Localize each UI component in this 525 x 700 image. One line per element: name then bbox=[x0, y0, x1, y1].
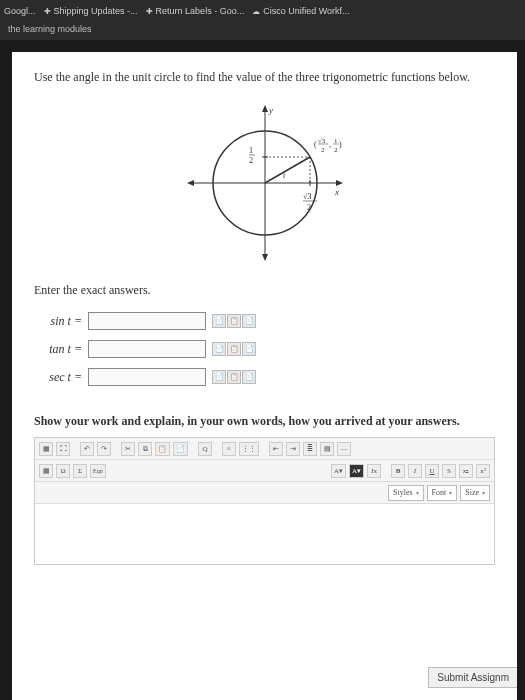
help-icon[interactable]: 📄 bbox=[242, 342, 256, 356]
enter-answers-label: Enter the exact answers. bbox=[34, 283, 495, 298]
answer-row-sin: sin t = 📄 📋 📄 bbox=[34, 312, 495, 330]
copy-icon[interactable]: 📋 bbox=[227, 342, 241, 356]
question-text: Use the angle in the unit circle to find… bbox=[34, 70, 495, 85]
styles-dropdown[interactable]: Styles bbox=[388, 485, 424, 501]
redo-icon[interactable]: ↷ bbox=[97, 442, 111, 456]
svg-text:2: 2 bbox=[307, 203, 311, 212]
answer-row-sec: sec t = 📄 📋 📄 bbox=[34, 368, 495, 386]
submit-button[interactable]: Submit Assignm bbox=[428, 667, 517, 688]
superscript-icon[interactable]: x² bbox=[476, 464, 490, 478]
sigma-icon[interactable]: Σ bbox=[73, 464, 87, 478]
svg-marker-1 bbox=[262, 105, 268, 112]
italic-format-icon[interactable]: Ix bbox=[367, 464, 381, 478]
tan-label: tan t = bbox=[34, 342, 82, 357]
list-icon[interactable]: ≡ bbox=[222, 442, 236, 456]
size-dropdown[interactable]: Size bbox=[460, 485, 490, 501]
cloud-icon: ☁ bbox=[252, 7, 260, 16]
omega-icon[interactable]: Ω bbox=[56, 464, 70, 478]
outdent-icon[interactable]: ⇤ bbox=[269, 442, 283, 456]
textcolor-icon[interactable]: A▾ bbox=[331, 464, 346, 478]
assignment-page: Use the angle in the unit circle to find… bbox=[12, 52, 517, 700]
tan-input-tools: 📄 📋 📄 bbox=[212, 342, 256, 356]
svg-text:2: 2 bbox=[321, 146, 325, 154]
rich-text-editor: ▦ ⛶ ↶ ↷ ✂ ⧉ 📋 📄 Q ≡ ⋮⋮ ⇤ ⇥ ≣ ▤ — ▦ Ω Σ bbox=[34, 437, 495, 565]
table-icon[interactable]: ▦ bbox=[39, 464, 53, 478]
equation-icon[interactable]: 📄 bbox=[212, 314, 226, 328]
svg-text:): ) bbox=[339, 140, 342, 149]
help-icon[interactable]: 📄 bbox=[242, 370, 256, 384]
svg-marker-4 bbox=[336, 180, 343, 186]
indent-icon[interactable]: ⇥ bbox=[286, 442, 300, 456]
copy-icon[interactable]: 📋 bbox=[227, 370, 241, 384]
svg-text:1: 1 bbox=[249, 146, 253, 155]
equation-editor-icon[interactable]: Eqn bbox=[90, 464, 106, 478]
toolbar-row-1: ▦ ⛶ ↶ ↷ ✂ ⧉ 📋 📄 Q ≡ ⋮⋮ ⇤ ⇥ ≣ ▤ — bbox=[35, 438, 494, 460]
font-dropdown[interactable]: Font bbox=[427, 485, 458, 501]
answer-row-tan: tan t = 📄 📋 📄 bbox=[34, 340, 495, 358]
sec-input[interactable] bbox=[88, 368, 206, 386]
hr-icon[interactable]: — bbox=[337, 442, 351, 456]
plus-icon: ✚ bbox=[146, 7, 153, 16]
equation-icon[interactable]: 📄 bbox=[212, 370, 226, 384]
help-icon[interactable]: 📄 bbox=[242, 314, 256, 328]
svg-marker-2 bbox=[262, 254, 268, 261]
block-icon[interactable]: ▤ bbox=[320, 442, 334, 456]
sin-input[interactable] bbox=[88, 312, 206, 330]
sec-label: sec t = bbox=[34, 370, 82, 385]
paste-text-icon[interactable]: 📄 bbox=[173, 442, 188, 456]
svg-text:2: 2 bbox=[334, 146, 338, 154]
editor-textarea[interactable] bbox=[35, 504, 494, 564]
tab-cisco[interactable]: ☁Cisco Unified Workf... bbox=[252, 6, 349, 16]
svg-text:(: ( bbox=[314, 140, 317, 149]
toolbar-row-3: Styles Font Size bbox=[35, 482, 494, 504]
tab-google[interactable]: Googl... bbox=[4, 6, 36, 16]
copy-icon[interactable]: 📋 bbox=[227, 314, 241, 328]
sin-input-tools: 📄 📋 📄 bbox=[212, 314, 256, 328]
svg-text:x: x bbox=[334, 187, 339, 197]
svg-text:2: 2 bbox=[249, 156, 253, 165]
svg-text:√3: √3 bbox=[303, 192, 311, 201]
undo-icon[interactable]: ↶ bbox=[80, 442, 94, 456]
tab-return[interactable]: ✚Return Labels - Goo... bbox=[146, 6, 245, 16]
subscript-icon[interactable]: x₂ bbox=[459, 464, 473, 478]
sec-input-tools: 📄 📋 📄 bbox=[212, 370, 256, 384]
editor-icon[interactable]: ▦ bbox=[39, 442, 53, 456]
svg-text:y: y bbox=[268, 105, 273, 115]
numlist-icon[interactable]: ⋮⋮ bbox=[239, 442, 259, 456]
svg-text:,: , bbox=[329, 140, 331, 149]
svg-text:t: t bbox=[283, 171, 286, 180]
paste-icon[interactable]: 📋 bbox=[155, 442, 170, 456]
italic-icon[interactable]: I bbox=[408, 464, 422, 478]
tan-input[interactable] bbox=[88, 340, 206, 358]
strike-icon[interactable]: S bbox=[442, 464, 456, 478]
equation-icon[interactable]: 📄 bbox=[212, 342, 226, 356]
show-work-label: Show your work and explain, in your own … bbox=[34, 414, 495, 429]
bgcolor-icon[interactable]: A▾ bbox=[349, 464, 364, 478]
svg-line-7 bbox=[265, 157, 310, 183]
align-icon[interactable]: ≣ bbox=[303, 442, 317, 456]
tab-shipping[interactable]: ✚Shipping Updates -... bbox=[44, 6, 138, 16]
unit-circle-diagram: y x 1 2 √3 2 ( √3 2 , 1 2 ) t bbox=[34, 103, 495, 263]
plus-icon: ✚ bbox=[44, 7, 51, 16]
bold-icon[interactable]: B bbox=[391, 464, 405, 478]
sin-label: sin t = bbox=[34, 314, 82, 329]
cut-icon[interactable]: ✂ bbox=[121, 442, 135, 456]
browser-tabs: Googl... ✚Shipping Updates -... ✚Return … bbox=[0, 0, 525, 22]
subheader: the learning modules bbox=[0, 22, 525, 40]
underline-icon[interactable]: U bbox=[425, 464, 439, 478]
toolbar-row-2: ▦ Ω Σ Eqn A▾ A▾ Ix B I U S x₂ x² bbox=[35, 460, 494, 482]
copy-icon[interactable]: ⧉ bbox=[138, 442, 152, 456]
expand-icon[interactable]: ⛶ bbox=[56, 442, 70, 456]
search-icon[interactable]: Q bbox=[198, 442, 212, 456]
svg-marker-5 bbox=[187, 180, 194, 186]
